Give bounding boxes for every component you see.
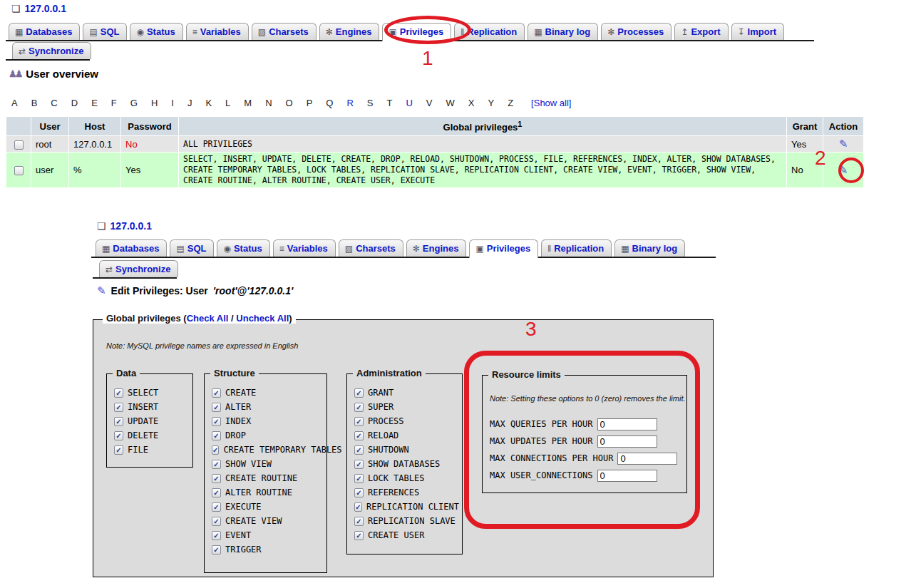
- check-all-link[interactable]: Check All: [187, 313, 229, 324]
- letter-link[interactable]: D: [71, 98, 78, 108]
- privilege-checkbox[interactable]: ✓: [354, 431, 364, 440]
- letter-link[interactable]: H: [151, 98, 158, 108]
- privilege-row: ✓ LOCK TABLES: [354, 471, 459, 485]
- privilege-checkbox[interactable]: ✓: [114, 417, 123, 426]
- letter-link[interactable]: C: [51, 98, 57, 108]
- tab[interactable]: ✻ Engines: [319, 23, 380, 40]
- privilege-checkbox[interactable]: ✓: [354, 388, 364, 398]
- tab[interactable]: ✻ Processes: [601, 23, 672, 40]
- privilege-checkbox[interactable]: ✓: [212, 388, 221, 398]
- tab[interactable]: ↧ Import: [731, 23, 785, 40]
- privilege-checkbox[interactable]: ✓: [212, 445, 219, 455]
- letter-link[interactable]: O: [286, 98, 293, 108]
- tab[interactable]: ≡ Variables: [186, 23, 249, 40]
- letter-link[interactable]: P: [307, 98, 313, 108]
- letter-link[interactable]: V: [426, 98, 433, 108]
- show-all-link[interactable]: [Show all]: [531, 98, 571, 108]
- privilege-checkbox[interactable]: ✓: [212, 403, 221, 412]
- letter-link[interactable]: G: [130, 98, 138, 108]
- privilege-row: ✓ REPLICATION SLAVE: [354, 514, 459, 528]
- privilege-checkbox[interactable]: ✓: [354, 460, 364, 469]
- letter-link[interactable]: X: [468, 98, 475, 108]
- tab[interactable]: ▦ Databases: [96, 239, 167, 257]
- privilege-checkbox[interactable]: ✓: [212, 460, 221, 469]
- tab-synchronize[interactable]: ⇄ Synchronize: [99, 260, 178, 277]
- tab[interactable]: ▣ Privileges: [382, 23, 451, 41]
- header-checkbox: [6, 117, 31, 135]
- resource-limit-label: MAX CONNECTIONS PER HOUR: [490, 453, 613, 463]
- row-checkbox[interactable]: [14, 166, 24, 175]
- letter-link[interactable]: Z: [508, 98, 513, 108]
- row-checkbox[interactable]: [14, 140, 24, 150]
- tab[interactable]: ▦ Binary log: [614, 239, 685, 257]
- letter-link[interactable]: K: [205, 98, 212, 108]
- tab[interactable]: ▦ Binary log: [528, 23, 598, 40]
- resource-limit-input[interactable]: [597, 418, 657, 430]
- letter-link[interactable]: S: [367, 98, 374, 108]
- letter-link[interactable]: J: [187, 98, 192, 108]
- tab-label: Binary log: [545, 26, 591, 37]
- edit-privileges-icon[interactable]: ✎: [839, 164, 848, 177]
- letter-link[interactable]: N: [265, 98, 272, 108]
- privilege-checkbox[interactable]: ✓: [212, 431, 221, 440]
- privilege-checkbox[interactable]: ✓: [212, 531, 221, 540]
- privilege-checkbox[interactable]: ✓: [212, 517, 221, 526]
- privilege-checkbox[interactable]: ✓: [354, 531, 364, 540]
- letter-link[interactable]: M: [244, 98, 252, 108]
- tab-icon: ≡: [279, 244, 284, 254]
- letter-link[interactable]: Y: [488, 98, 494, 108]
- letter-link[interactable]: U: [406, 98, 412, 108]
- privilege-checkbox[interactable]: ✓: [354, 488, 364, 497]
- privilege-checkbox[interactable]: ✓: [354, 403, 364, 412]
- privilege-label: LOCK TABLES: [368, 473, 424, 483]
- letter-link[interactable]: T: [387, 98, 393, 108]
- edit-privileges-icon[interactable]: ✎: [839, 138, 848, 150]
- letter-link[interactable]: F: [111, 98, 117, 108]
- privilege-checkbox[interactable]: ✓: [354, 417, 364, 426]
- letter-link[interactable]: B: [31, 98, 38, 108]
- privilege-checkbox[interactable]: ✓: [354, 502, 362, 512]
- letter-link[interactable]: I: [171, 98, 174, 108]
- tab[interactable]: ‖ Replication: [541, 239, 612, 257]
- privilege-checkbox[interactable]: ✓: [354, 474, 364, 483]
- privilege-checkbox[interactable]: ✓: [212, 417, 221, 426]
- data-legend: Data: [113, 368, 140, 378]
- letter-link[interactable]: Q: [326, 98, 333, 108]
- privilege-checkbox[interactable]: ✓: [212, 502, 221, 512]
- tab[interactable]: ▤ SQL: [83, 23, 127, 40]
- tab[interactable]: ≡ Variables: [273, 239, 336, 257]
- tab[interactable]: ▣ Privileges: [469, 239, 538, 258]
- table-header-row: User Host Password Global privileges1 Gr…: [6, 117, 863, 135]
- tab[interactable]: ▧ Charsets: [252, 23, 317, 40]
- privilege-checkbox[interactable]: ✓: [114, 445, 123, 455]
- tab[interactable]: ▤ SQL: [170, 239, 214, 257]
- tab-synchronize[interactable]: ⇄ Synchronize: [12, 42, 91, 59]
- privilege-checkbox[interactable]: ✓: [354, 517, 364, 526]
- tab[interactable]: ‖ Replication: [454, 23, 525, 40]
- privilege-checkbox[interactable]: ✓: [212, 474, 221, 483]
- privilege-checkbox[interactable]: ✓: [212, 545, 221, 555]
- privilege-checkbox[interactable]: ✓: [212, 488, 221, 497]
- tab[interactable]: ◉ Status: [130, 23, 182, 40]
- tab-label: Synchronize: [115, 264, 170, 274]
- tab[interactable]: ↥ Export: [674, 23, 728, 40]
- letter-link[interactable]: A: [11, 98, 18, 108]
- heading-user: 'root'@'127.0.0.1': [213, 285, 294, 296]
- resource-limit-input[interactable]: [597, 470, 657, 482]
- letter-link[interactable]: W: [446, 98, 455, 108]
- privilege-checkbox[interactable]: ✓: [354, 445, 364, 455]
- tab[interactable]: ▦ Databases: [9, 23, 80, 40]
- tab[interactable]: ◉ Status: [217, 239, 269, 257]
- tab[interactable]: ▧ Charsets: [339, 239, 403, 257]
- resource-limit-input[interactable]: [597, 435, 657, 448]
- edit-privileges-icon: ✎: [97, 284, 106, 297]
- uncheck-all-link[interactable]: Uncheck All: [236, 313, 289, 324]
- resource-limit-input[interactable]: [617, 453, 677, 465]
- privilege-checkbox[interactable]: ✓: [114, 403, 123, 412]
- letter-link[interactable]: L: [225, 98, 230, 108]
- privilege-checkbox[interactable]: ✓: [114, 431, 123, 440]
- letter-link[interactable]: R: [346, 98, 353, 108]
- tab[interactable]: ✻ Engines: [406, 239, 467, 257]
- privilege-checkbox[interactable]: ✓: [114, 388, 123, 398]
- letter-link[interactable]: E: [91, 98, 98, 108]
